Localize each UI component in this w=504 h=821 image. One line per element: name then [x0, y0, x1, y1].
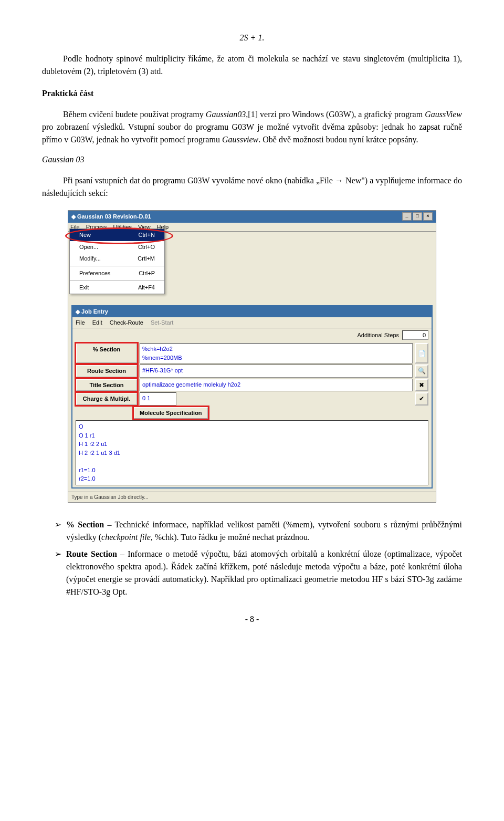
- mi-open-label: Open...: [79, 243, 98, 252]
- route-section-button[interactable]: Route Section: [76, 365, 138, 378]
- menu-item-preferences[interactable]: Preferences Ctrl+P: [70, 267, 164, 279]
- window-titlebar: ◆ Gaussian 03 Revision-D.01 _ □ ×: [68, 211, 436, 223]
- mi-exit-label: Exit: [79, 283, 89, 292]
- job-entry-window: ◆ Job Entry File Edit Check-Route Set-St…: [71, 305, 433, 489]
- molecule-spec-button[interactable]: Molecule Specification: [133, 407, 208, 420]
- mi-open-shortcut: Ctrl+O: [138, 243, 155, 252]
- route-section-field[interactable]: #HF/6-31G* opt: [140, 365, 413, 378]
- menu-item-modify[interactable]: Modify... Crtl+M: [70, 253, 164, 265]
- additional-steps-field[interactable]: 0: [402, 330, 428, 340]
- child-menu-file[interactable]: File: [76, 318, 85, 327]
- job-entry-title: ◆ Job Entry: [72, 306, 432, 317]
- p2-gaussview: GaussView: [425, 110, 462, 119]
- child-menu-setstart[interactable]: Set-Start: [151, 318, 173, 327]
- charge-multipl-field[interactable]: 0 1: [140, 392, 176, 406]
- b2-head: Route Section: [66, 549, 117, 558]
- bullet-list: % Section – Technické informace, napříkl…: [42, 518, 462, 598]
- subheading-gaussian: Gaussian 03: [42, 153, 462, 166]
- child-icon: ◆: [76, 308, 81, 315]
- additional-steps-label: Additional Steps: [358, 331, 400, 340]
- menu-item-exit[interactable]: Exit Alt+F4: [70, 282, 164, 294]
- mi-exit-shortcut: Alt+F4: [138, 283, 155, 292]
- section-heading: Praktická část: [42, 87, 462, 100]
- b1-text2: , %chk). Tuto řádku je možné nechat práz…: [151, 533, 310, 542]
- title-side-icon[interactable]: ✖: [415, 379, 428, 392]
- minimize-button[interactable]: _: [402, 212, 412, 221]
- paragraph-2: Během cvičení budete používat programy G…: [42, 108, 462, 146]
- b1-head: % Section: [66, 520, 104, 529]
- percent-section-button[interactable]: % Section: [76, 343, 138, 363]
- mi-modify-label: Modify...: [79, 254, 101, 263]
- annotation-ellipse: [65, 227, 173, 244]
- maximize-button[interactable]: □: [413, 212, 422, 221]
- child-menu-checkroute[interactable]: Check-Route: [110, 318, 143, 327]
- pct-line1: %chk=h2o2: [142, 345, 410, 354]
- mi-prefs-label: Preferences: [79, 269, 110, 278]
- p2-d: . Obě dvě možnosti budou nyní krátce pop…: [258, 135, 418, 144]
- p2-gaussview2: Gaussview: [222, 135, 258, 144]
- charge-multipl-button[interactable]: Charge & Multipl.: [76, 392, 138, 406]
- job-entry-title-text: Job Entry: [81, 308, 108, 315]
- b2-text: – Informace o metodě výpočtu, bázi atomo…: [66, 549, 462, 596]
- b1-italic: checkpoint file: [101, 533, 151, 542]
- mi-prefs-shortcut: Ctrl+P: [139, 269, 155, 278]
- pct-line2: %mem=200MB: [142, 354, 410, 362]
- route-side-icon[interactable]: 🔍: [415, 365, 428, 378]
- menu-separator-2: [70, 280, 164, 280]
- menu-separator-1: [70, 266, 164, 266]
- page-number: - 8 -: [42, 613, 462, 626]
- bullet-percent-section: % Section – Technické informace, napříkl…: [55, 518, 462, 544]
- app-icon: ◆: [71, 213, 77, 220]
- p2-gaussian: Gaussian03: [206, 110, 246, 119]
- bullet-route-section: Route Section – Informace o metodě výpoč…: [55, 548, 462, 598]
- mi-modify-shortcut: Crtl+M: [138, 254, 155, 263]
- job-entry-menubar: File Edit Check-Route Set-Start: [72, 317, 432, 329]
- title-section-field[interactable]: optimalizace geometrie molekuly h2o2: [140, 379, 413, 392]
- molecule-spec-textarea[interactable]: O O 1 r1 H 1 r2 2 u1 H 2 r2 1 u1 3 d1 r1…: [76, 420, 428, 485]
- title-section-button[interactable]: Title Section: [76, 379, 138, 392]
- percent-section-field[interactable]: %chk=h2o2 %mem=200MB: [140, 343, 413, 363]
- paragraph-3: Při psaní vstupních dat do programu G03W…: [42, 174, 462, 200]
- statusbar: Type in a Gaussian Job directly...: [68, 492, 436, 502]
- child-menu-edit[interactable]: Edit: [92, 318, 102, 327]
- close-button[interactable]: ×: [423, 212, 433, 221]
- window-title: Gaussian 03 Revision-D.01: [77, 213, 151, 220]
- p2-b: ,[1] verzi pro Windows (G03W), a grafick…: [246, 110, 425, 119]
- pct-side-icon[interactable]: 📄: [415, 343, 428, 363]
- paragraph-1: Podle hodnoty spinové multiplicity říkám…: [42, 53, 462, 78]
- p2-a: Během cvičení budete používat programy: [63, 110, 206, 119]
- formula: 2S + 1.: [42, 32, 462, 44]
- ok-side-icon[interactable]: ✔: [415, 392, 428, 406]
- embedded-screenshot: ◆ Gaussian 03 Revision-D.01 _ □ × File P…: [68, 210, 436, 503]
